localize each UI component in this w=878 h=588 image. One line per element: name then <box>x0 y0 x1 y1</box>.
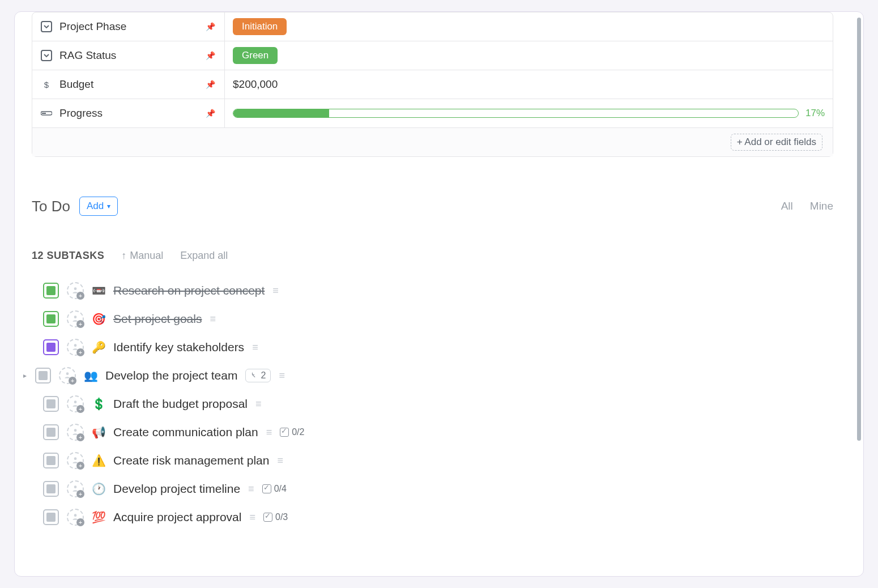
drag-handle-icon[interactable]: ≡ <box>277 455 283 467</box>
status-inner <box>46 456 56 465</box>
task-emoji-icon: 👥 <box>84 369 97 382</box>
expand-all-button[interactable]: Expand all <box>180 250 228 262</box>
subtask-controls: 12 SUBTASKS ↑ Manual Expand all <box>32 250 833 262</box>
task-status-checkbox[interactable] <box>43 311 59 327</box>
task-list: 📼Research on project concept≡🎯Set projec… <box>32 282 833 526</box>
assignee-avatar[interactable] <box>67 310 84 327</box>
expand-caret-icon[interactable]: ▸ <box>22 372 28 380</box>
drag-handle-icon[interactable]: ≡ <box>248 483 254 495</box>
field-label: RAG Status <box>59 49 116 62</box>
assignee-avatar[interactable] <box>67 282 84 299</box>
checklist-icon <box>262 484 271 493</box>
task-emoji-icon: ⚠️ <box>92 454 105 467</box>
assignee-avatar[interactable] <box>67 480 84 497</box>
task-status-checkbox[interactable] <box>43 339 59 355</box>
field-value-cell[interactable]: Initiation <box>225 12 833 41</box>
task-status-checkbox[interactable] <box>43 481 59 497</box>
pin-icon[interactable]: 📌 <box>206 51 215 60</box>
filter-mine[interactable]: Mine <box>810 200 833 212</box>
pin-icon[interactable]: 📌 <box>206 22 215 31</box>
field-label-cell: $ Budget 📌 <box>32 70 225 99</box>
assignee-avatar[interactable] <box>67 452 84 469</box>
subtask-count-badge[interactable]: 2 <box>245 369 271 382</box>
task-title[interactable]: Draft the budget proposal <box>113 397 248 411</box>
assignee-avatar[interactable] <box>67 509 84 526</box>
svg-rect-1 <box>42 113 46 114</box>
status-inner <box>46 343 56 352</box>
svg-point-8 <box>74 457 77 460</box>
pin-icon[interactable]: 📌 <box>206 109 215 118</box>
task-status-checkbox[interactable] <box>43 396 59 412</box>
assignee-avatar[interactable] <box>67 395 84 412</box>
checklist-badge[interactable]: 0/4 <box>262 484 287 494</box>
field-project-phase[interactable]: Project Phase 📌 Initiation <box>32 12 833 41</box>
scrollbar[interactable] <box>857 18 861 441</box>
field-rag-status[interactable]: RAG Status 📌 Green <box>32 41 833 70</box>
progress-percent: 17% <box>805 108 825 119</box>
progress-bar[interactable] <box>233 109 799 118</box>
fields-footer: + Add or edit fields <box>32 128 833 156</box>
field-progress[interactable]: Progress 📌 17% <box>32 99 833 128</box>
task-row[interactable]: 🎯Set project goals≡ <box>32 310 833 327</box>
task-title[interactable]: Set project goals <box>113 312 202 326</box>
task-title[interactable]: Develop project timeline <box>113 482 240 496</box>
checklist-count: 0/3 <box>275 512 288 522</box>
task-title[interactable]: Acquire project approval <box>113 510 241 524</box>
task-title[interactable]: Develop the project team <box>105 369 237 382</box>
task-row[interactable]: 💯Acquire project approval≡0/3 <box>32 509 833 526</box>
svg-point-7 <box>74 429 77 432</box>
filter-all[interactable]: All <box>781 200 793 212</box>
task-title[interactable]: Create risk management plan <box>113 454 269 467</box>
assignee-avatar[interactable] <box>67 339 84 356</box>
task-status-checkbox[interactable] <box>43 424 59 440</box>
assignee-avatar[interactable] <box>59 367 76 384</box>
task-emoji-icon: 🔑 <box>92 340 105 354</box>
add-edit-fields-link[interactable]: + Add or edit fields <box>731 134 822 151</box>
assignee-avatar[interactable] <box>67 424 84 441</box>
field-budget[interactable]: $ Budget 📌 $200,000 <box>32 70 833 99</box>
add-task-button[interactable]: Add <box>79 197 118 216</box>
sort-mode[interactable]: ↑ Manual <box>121 250 163 262</box>
dropdown-icon <box>40 20 53 33</box>
task-row[interactable]: 🕐Develop project timeline≡0/4 <box>32 480 833 497</box>
task-title[interactable]: Research on project concept <box>113 284 265 297</box>
field-label: Progress <box>59 107 103 120</box>
task-status-checkbox[interactable] <box>43 453 59 468</box>
pin-icon[interactable]: 📌 <box>206 80 215 89</box>
task-status-checkbox[interactable] <box>43 509 59 525</box>
field-value-cell[interactable]: 17% <box>225 99 833 127</box>
svg-point-9 <box>74 485 77 488</box>
custom-fields-table: Project Phase 📌 Initiation RAG Status 📌 … <box>32 12 833 157</box>
budget-value: $200,000 <box>233 78 278 91</box>
drag-handle-icon[interactable]: ≡ <box>272 285 279 297</box>
status-inner <box>46 513 56 522</box>
drag-handle-icon[interactable]: ≡ <box>266 427 272 438</box>
todo-title: To Do <box>32 198 70 215</box>
task-row[interactable]: 🔑Identify key stakeholders≡ <box>32 339 833 356</box>
drag-handle-icon[interactable]: ≡ <box>249 512 255 523</box>
checklist-badge[interactable]: 0/3 <box>263 512 288 522</box>
task-row[interactable]: ⚠️Create risk management plan≡ <box>32 452 833 469</box>
project-panel: Project Phase 📌 Initiation RAG Status 📌 … <box>14 11 864 577</box>
task-title[interactable]: Identify key stakeholders <box>113 340 244 354</box>
drag-handle-icon[interactable]: ≡ <box>210 313 216 325</box>
task-emoji-icon: 📢 <box>92 425 105 439</box>
checklist-badge[interactable]: 0/2 <box>280 427 304 437</box>
field-value-cell[interactable]: $200,000 <box>225 70 833 99</box>
task-row[interactable]: 💲Draft the budget proposal≡ <box>32 395 833 412</box>
drag-handle-icon[interactable]: ≡ <box>255 398 262 410</box>
task-status-checkbox[interactable] <box>43 283 59 299</box>
subtask-count: 12 SUBTASKS <box>32 250 104 262</box>
task-row[interactable]: ▸👥Develop the project team2≡ <box>32 367 833 384</box>
task-row[interactable]: 📼Research on project concept≡ <box>32 282 833 299</box>
status-inner <box>46 399 56 408</box>
drag-handle-icon[interactable]: ≡ <box>252 342 258 353</box>
field-value-cell[interactable]: Green <box>225 41 833 70</box>
task-title[interactable]: Create communication plan <box>113 425 258 439</box>
task-status-checkbox[interactable] <box>35 368 51 384</box>
task-emoji-icon: 🕐 <box>92 482 105 496</box>
arrow-up-icon: ↑ <box>121 250 126 262</box>
task-row[interactable]: 📢Create communication plan≡0/2 <box>32 424 833 441</box>
filter-tabs: All Mine <box>781 200 833 212</box>
drag-handle-icon[interactable]: ≡ <box>279 370 285 382</box>
